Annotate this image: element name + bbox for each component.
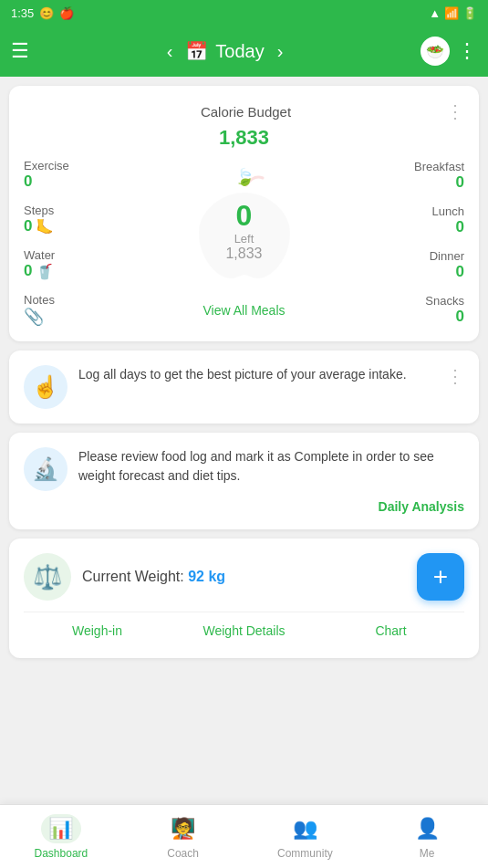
dinner-value: 0 — [456, 263, 464, 281]
breakfast-item[interactable]: Breakfast 0 — [414, 160, 464, 192]
more-icon[interactable]: ⋮ — [457, 39, 477, 63]
plus-icon: + — [433, 562, 448, 591]
calorie-left-col: Exercise 0 Steps 0 🦶 Water 0 🥤 — [24, 159, 124, 327]
dashboard-label: Dashboard — [35, 847, 88, 860]
weight-tabs: Weigh-in Weight Details Chart — [24, 612, 464, 643]
status-bar: 1:35 😊 🍎 ▲ 📶 🔋 — [0, 0, 488, 26]
wifi-icon: ▲ — [429, 6, 441, 20]
log-banner-text: Log all days to get the best picture of … — [78, 365, 435, 384]
emoji-icon: 😊 — [39, 6, 54, 20]
apple-center-text: 0 Left 1,833 — [225, 201, 262, 262]
bottom-nav: 📊 Dashboard 🧑‍🏫 Coach 👥 Community 👤 Me — [0, 804, 488, 868]
status-time: 1:35 — [11, 6, 34, 20]
main-content: Calorie Budget ⋮ 1,833 Exercise 0 Steps … — [0, 77, 488, 740]
water-value-row: 0 🥤 — [24, 262, 54, 280]
water-icon: 🥤 — [36, 263, 54, 280]
analysis-content: 🔬 Please review food log and mark it as … — [24, 447, 464, 491]
daily-analysis-link[interactable]: Daily Analysis — [379, 499, 464, 514]
water-item[interactable]: Water 0 🥤 — [24, 248, 124, 280]
signal-icon: 📶 — [444, 6, 459, 20]
food-icon: 🥗 — [426, 43, 444, 60]
lunch-label: Lunch — [432, 204, 464, 218]
steps-label: Steps — [24, 204, 54, 217]
nav-item-dashboard[interactable]: 📊 Dashboard — [0, 805, 122, 868]
coach-icon-wrap: 🧑‍🏫 — [163, 814, 203, 843]
community-icon: 👥 — [293, 817, 317, 841]
calorie-budget-value: 1,833 — [24, 126, 464, 150]
microscope-icon: 🔬 — [32, 456, 59, 482]
weight-label: Current Weight: — [82, 569, 184, 584]
scale-icon: ⚖️ — [33, 563, 62, 591]
me-icon: 👤 — [415, 817, 440, 841]
status-left: 1:35 😊 🍎 — [11, 6, 74, 20]
weight-icon-circle: ⚖️ — [24, 553, 71, 601]
calories-remaining: 0 — [236, 201, 253, 230]
log-more-button[interactable]: ⋮ — [446, 365, 464, 387]
calories-left-label: Left — [234, 232, 254, 246]
nav-bar: ☰ ‹ 📅 Today › 🥗 ⋮ — [0, 26, 488, 77]
notes-icon: 📎 — [24, 307, 44, 327]
app-icon: 🥗 — [421, 37, 450, 66]
status-right: ▲ 📶 🔋 — [429, 6, 477, 20]
coach-icon: 🧑‍🏫 — [171, 817, 195, 841]
dashboard-icon: 📊 — [48, 817, 73, 841]
calorie-grid: Exercise 0 Steps 0 🦶 Water 0 🥤 — [24, 159, 464, 327]
dinner-label: Dinner — [430, 249, 464, 263]
menu-icon[interactable]: ☰ — [11, 39, 29, 63]
calorie-budget-card: Calorie Budget ⋮ 1,833 Exercise 0 Steps … — [9, 86, 479, 341]
exercise-value: 0 — [24, 173, 32, 191]
snacks-value: 0 — [456, 308, 464, 326]
steps-item: Steps 0 🦶 — [24, 204, 124, 235]
bottom-spacer — [9, 667, 479, 731]
me-label: Me — [420, 847, 435, 860]
analysis-banner-text: Please review food log and mark it as Co… — [78, 447, 464, 486]
calendar-icon: 📅 — [185, 40, 208, 62]
steps-value-row: 0 🦶 — [24, 217, 54, 235]
log-banner-card: ☝️ Log all days to get the best picture … — [9, 350, 479, 424]
nav-right: 🥗 ⋮ — [421, 37, 477, 66]
coach-label: Coach — [167, 847, 199, 860]
snacks-item[interactable]: Snacks 0 — [425, 294, 464, 326]
weight-card-content: ⚖️ Current Weight: 92 kg + — [24, 553, 464, 601]
dinner-item[interactable]: Dinner 0 — [430, 249, 464, 281]
nav-item-community[interactable]: 👥 Community — [244, 805, 367, 868]
nav-item-coach[interactable]: 🧑‍🏫 Coach — [122, 805, 244, 868]
view-all-meals-link[interactable]: View All Meals — [202, 303, 285, 318]
notes-label: Notes — [24, 293, 55, 307]
analysis-link-row[interactable]: Daily Analysis — [24, 498, 464, 515]
breakfast-value: 0 — [456, 173, 464, 192]
apple-icon: 🍎 — [59, 6, 74, 20]
analysis-icon-circle: 🔬 — [24, 447, 67, 491]
water-value: 0 — [24, 262, 32, 280]
nav-center: 📅 Today — [185, 40, 264, 62]
apple-graphic: 🍃 0 Left 1,833 — [181, 167, 308, 295]
prev-day-button[interactable]: ‹ — [161, 36, 179, 68]
tab-chart[interactable]: Chart — [317, 620, 464, 643]
exercise-label: Exercise — [24, 159, 69, 173]
tab-weight-details[interactable]: Weight Details — [171, 620, 317, 643]
water-label: Water — [24, 248, 55, 262]
steps-icon: 🦶 — [36, 218, 54, 235]
nav-item-me[interactable]: 👤 Me — [366, 805, 488, 868]
calorie-budget-title: Calorie Budget — [46, 104, 446, 120]
hand-icon: ☝️ — [32, 374, 59, 400]
community-label: Community — [277, 847, 333, 860]
calories-left-budget: 1,833 — [225, 246, 262, 262]
notes-item[interactable]: Notes 📎 — [24, 293, 124, 327]
next-day-button[interactable]: › — [272, 36, 289, 68]
add-weight-button[interactable]: + — [417, 553, 464, 601]
steps-value: 0 — [24, 217, 32, 235]
lunch-item[interactable]: Lunch 0 — [432, 204, 464, 236]
view-all-meals[interactable]: View All Meals — [202, 302, 285, 319]
breakfast-label: Breakfast — [414, 160, 464, 173]
calorie-right-col: Breakfast 0 Lunch 0 Dinner 0 Snacks 0 — [364, 160, 464, 326]
weight-card: ⚖️ Current Weight: 92 kg + Weigh-in Weig… — [9, 539, 479, 658]
calorie-more-button[interactable]: ⋮ — [446, 100, 464, 122]
me-icon-wrap: 👤 — [407, 814, 447, 843]
tab-weigh-in[interactable]: Weigh-in — [24, 620, 171, 643]
community-icon-wrap: 👥 — [285, 814, 325, 843]
apple-stem-icon: 🍃 — [234, 167, 254, 187]
log-icon-circle: ☝️ — [24, 365, 67, 409]
nav-title: Today — [215, 41, 264, 62]
calorie-center: 🍃 0 Left 1,833 View All Meals — [171, 167, 317, 319]
